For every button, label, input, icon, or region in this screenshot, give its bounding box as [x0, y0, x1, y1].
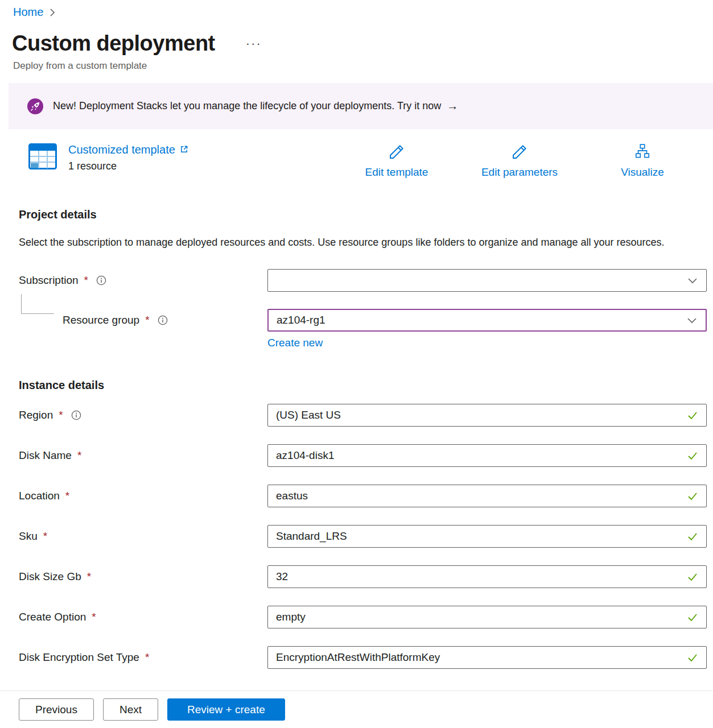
valid-check-icon	[686, 610, 699, 624]
required-marker: *	[65, 490, 69, 502]
disk-size-row: Disk Size Gb *	[0, 565, 713, 588]
sku-input[interactable]	[268, 526, 686, 547]
deployment-stacks-banner[interactable]: New! Deployment Stacks let you manage th…	[9, 83, 713, 129]
disk-name-input[interactable]	[268, 445, 686, 466]
project-form: Subscription * Resource group *	[0, 269, 713, 349]
hierarchy-icon	[634, 143, 651, 163]
template-summary: Customized template 1 resource Edit temp…	[0, 143, 713, 179]
banner-arrow-icon[interactable]: →	[447, 100, 458, 113]
project-details-heading: Project details	[19, 208, 713, 221]
breadcrumb-chevron-icon	[49, 8, 56, 17]
subscription-label: Subscription	[19, 274, 79, 287]
create-option-label: Create Option	[19, 611, 86, 623]
info-icon[interactable]	[96, 275, 106, 286]
disk-size-field[interactable]	[267, 565, 707, 588]
region-field[interactable]	[267, 404, 707, 427]
disk-name-row: Disk Name *	[0, 444, 713, 467]
location-row: Location *	[0, 485, 713, 507]
tree-connector	[21, 294, 54, 314]
chevron-down-icon[interactable]	[685, 313, 699, 327]
breadcrumb: Home	[0, 0, 713, 19]
create-option-input[interactable]	[268, 606, 686, 628]
footer-bar: Previous Next Review + create	[0, 690, 713, 728]
subscription-dropdown[interactable]	[267, 269, 707, 292]
resource-group-row: Resource group *	[0, 309, 713, 332]
disk-encryption-set-type-label: Disk Encryption Set Type	[19, 651, 139, 664]
valid-check-icon	[686, 570, 699, 584]
valid-check-icon	[686, 530, 699, 543]
previous-button[interactable]: Previous	[19, 698, 94, 721]
required-marker: *	[145, 651, 149, 664]
edit-template-label: Edit template	[365, 166, 428, 179]
edit-template-button[interactable]: Edit template	[335, 143, 458, 179]
template-name-label: Customized template	[68, 143, 175, 156]
edit-parameters-label: Edit parameters	[481, 166, 558, 179]
info-icon[interactable]	[158, 315, 168, 325]
required-marker: *	[43, 530, 47, 543]
project-description: Select the subscription to manage deploy…	[19, 234, 673, 251]
region-row: Region *	[0, 404, 713, 427]
required-marker: *	[87, 570, 91, 583]
valid-check-icon	[686, 489, 699, 503]
resource-group-label: Resource group	[63, 314, 139, 326]
review-create-button[interactable]: Review + create	[167, 698, 285, 721]
resource-group-dropdown[interactable]	[267, 309, 707, 332]
banner-text: New! Deployment Stacks let you manage th…	[53, 100, 441, 112]
breadcrumb-home-link[interactable]: Home	[13, 6, 43, 19]
page-subtitle: Deploy from a custom template	[13, 60, 713, 72]
disk-size-label: Disk Size Gb	[19, 570, 81, 583]
template-info: Customized template 1 resource	[68, 143, 188, 172]
disk-size-input[interactable]	[268, 566, 686, 588]
rocket-icon	[27, 98, 43, 114]
create-option-field[interactable]	[267, 606, 707, 628]
template-actions: Edit template Edit parameters Visualize	[335, 143, 704, 179]
instance-details-heading: Instance details	[19, 379, 713, 392]
disk-name-label: Disk Name	[19, 449, 72, 462]
required-marker: *	[145, 314, 149, 326]
edit-parameters-button[interactable]: Edit parameters	[458, 143, 581, 179]
info-icon[interactable]	[71, 410, 81, 420]
page-header: Custom deployment ···	[12, 31, 713, 56]
valid-check-icon	[686, 408, 699, 422]
next-button[interactable]: Next	[103, 698, 158, 721]
template-icon	[28, 143, 57, 169]
required-marker: *	[59, 409, 63, 421]
chevron-down-icon[interactable]	[686, 274, 699, 287]
location-field[interactable]	[267, 485, 707, 507]
sku-field[interactable]	[267, 525, 707, 548]
more-options-button[interactable]: ···	[242, 35, 265, 52]
disk-name-field[interactable]	[267, 444, 707, 467]
valid-check-icon	[686, 651, 699, 664]
page-title: Custom deployment	[12, 31, 215, 56]
visualize-label: Visualize	[621, 166, 664, 179]
sku-label: Sku	[19, 530, 38, 543]
pencil-icon	[511, 143, 528, 163]
location-label: Location	[19, 490, 60, 502]
disk-encryption-set-type-field[interactable]	[267, 646, 707, 669]
disk-encryption-set-type-input[interactable]	[268, 647, 686, 668]
disk-encryption-set-type-row: Disk Encryption Set Type *	[0, 646, 713, 669]
create-option-row: Create Option *	[0, 606, 713, 628]
resource-count: 1 resource	[68, 160, 188, 172]
create-new-link[interactable]: Create new	[267, 337, 323, 349]
required-marker: *	[77, 449, 81, 462]
subscription-row: Subscription *	[0, 269, 713, 292]
location-input[interactable]	[268, 485, 686, 507]
required-marker: *	[92, 611, 96, 623]
pencil-icon	[388, 143, 405, 163]
customized-template-link[interactable]: Customized template	[68, 143, 188, 156]
external-link-icon	[180, 143, 188, 156]
instance-form: Region * Disk Name *	[0, 404, 713, 669]
resource-group-input[interactable]	[269, 310, 685, 330]
subscription-input[interactable]	[268, 270, 686, 291]
custom-deployment-page: Home Custom deployment ··· Deploy from a…	[0, 0, 713, 728]
region-label: Region	[19, 409, 53, 421]
sku-row: Sku *	[0, 525, 713, 548]
visualize-button[interactable]: Visualize	[581, 143, 704, 179]
required-marker: *	[84, 274, 88, 287]
valid-check-icon	[686, 449, 699, 462]
region-input[interactable]	[268, 404, 686, 426]
